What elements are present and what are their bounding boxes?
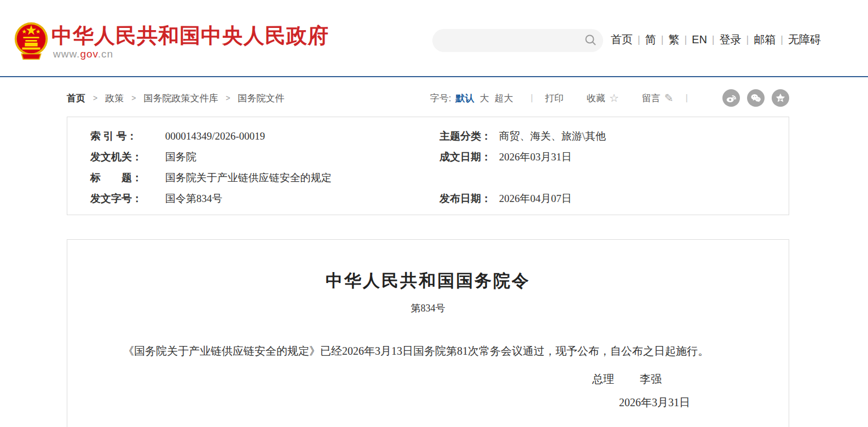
meta-row-issuing-agency: 发文机关： 国务院 <box>90 147 439 168</box>
wechat-icon[interactable] <box>747 89 765 107</box>
qzone-icon[interactable] <box>772 89 789 107</box>
font-size-default-button[interactable]: 默认 <box>455 92 474 105</box>
document-body-box: 中华人民共和国国务院令 第834号 《国务院关于产业链供应链安全的规定》已经20… <box>67 239 789 427</box>
breadcrumb-separator: > <box>131 94 136 102</box>
page-tools: 字号: 默认 大 超大 | 打印 收藏 ☆ 留言 ✎ | <box>430 89 789 107</box>
font-size-large-button[interactable]: 大 <box>479 92 489 105</box>
document-signature: 总理 李强 <box>67 372 789 386</box>
comment-button[interactable]: 留言 <box>642 92 661 105</box>
meta-row-topic-category: 主题分类： 商贸、海关、旅游\其他 <box>439 126 789 147</box>
document-number: 第834号 <box>67 302 789 315</box>
comment-pencil-icon[interactable]: ✎ <box>664 91 674 105</box>
site-url: www.gov.cn <box>53 48 113 60</box>
meta-row-document-number: 发文字号： 国令第834号 <box>90 188 439 209</box>
signer-name: 李强 <box>640 373 662 385</box>
metadata-right-column: 主题分类： 商贸、海关、旅游\其他 成文日期： 2026年03月31日 发布日期… <box>439 126 789 209</box>
breadcrumb-policy[interactable]: 政策 <box>105 92 124 105</box>
favorite-button[interactable]: 收藏 <box>587 92 605 105</box>
font-size-xlarge-button[interactable]: 超大 <box>494 92 513 105</box>
signer-title: 总理 <box>592 373 614 385</box>
font-size-label: 字号: <box>430 92 452 105</box>
toolbar-row: 首页 > 政策 > 国务院政策文件库 > 国务院文件 字号: 默认 大 超大 |… <box>67 90 789 106</box>
document-date: 2026年3月31日 <box>67 395 789 410</box>
breadcrumb-state-council-docs[interactable]: 国务院文件 <box>238 92 285 105</box>
meta-row-index-number: 索 引 号： 000014349/2026-00019 <box>90 126 439 147</box>
meta-row-empty <box>439 168 789 188</box>
search-input[interactable] <box>432 29 578 52</box>
metadata-left-column: 索 引 号： 000014349/2026-00019 发文机关： 国务院 标 … <box>90 126 439 209</box>
nav-english[interactable]: EN <box>692 33 707 46</box>
document-metadata-box: 索 引 号： 000014349/2026-00019 发文机关： 国务院 标 … <box>67 117 789 215</box>
nav-simplified[interactable]: 简 <box>645 32 656 47</box>
breadcrumb-policy-library[interactable]: 国务院政策文件库 <box>143 92 218 105</box>
nav-accessibility[interactable]: 无障碍 <box>788 32 821 47</box>
nav-home[interactable]: 首页 <box>611 32 633 47</box>
breadcrumb-home[interactable]: 首页 <box>67 92 85 105</box>
top-nav: 首页 | 简 | 繁 | EN | 登录 | 邮箱 | 无障碍 <box>611 32 821 47</box>
search-button[interactable] <box>578 29 603 52</box>
site-title: 中华人民共和国中央人民政府 <box>51 22 329 50</box>
breadcrumb: 首页 > 政策 > 国务院政策文件库 > 国务院文件 <box>67 92 285 105</box>
meta-row-publish-date: 发布日期： 2026年04月07日 <box>439 188 789 209</box>
nav-login[interactable]: 登录 <box>720 32 742 47</box>
search-box[interactable] <box>432 29 603 52</box>
nav-mail[interactable]: 邮箱 <box>754 32 776 47</box>
national-emblem-icon <box>10 19 53 62</box>
weibo-icon[interactable] <box>722 89 740 107</box>
favorite-star-icon[interactable]: ☆ <box>609 91 619 105</box>
site-header: 中华人民共和国中央人民政府 www.gov.cn 首页 | 简 | 繁 | EN… <box>0 0 868 76</box>
header-divider <box>0 76 868 77</box>
meta-row-title: 标 题： 国务院关于产业链供应链安全的规定 <box>90 168 439 188</box>
document-paragraph: 《国务院关于产业链供应链安全的规定》已经2026年3月13日国务院第81次常务会… <box>101 342 755 360</box>
meta-row-written-date: 成文日期： 2026年03月31日 <box>439 147 789 168</box>
search-icon <box>584 33 597 48</box>
print-button[interactable]: 打印 <box>545 92 564 105</box>
document-title: 中华人民共和国国务院令 <box>67 269 789 292</box>
main-content: 首页 > 政策 > 国务院政策文件库 > 国务院文件 字号: 默认 大 超大 |… <box>67 90 789 427</box>
breadcrumb-separator: > <box>225 94 230 102</box>
nav-traditional[interactable]: 繁 <box>668 32 679 47</box>
share-buttons <box>715 89 789 107</box>
breadcrumb-separator: > <box>93 94 97 102</box>
